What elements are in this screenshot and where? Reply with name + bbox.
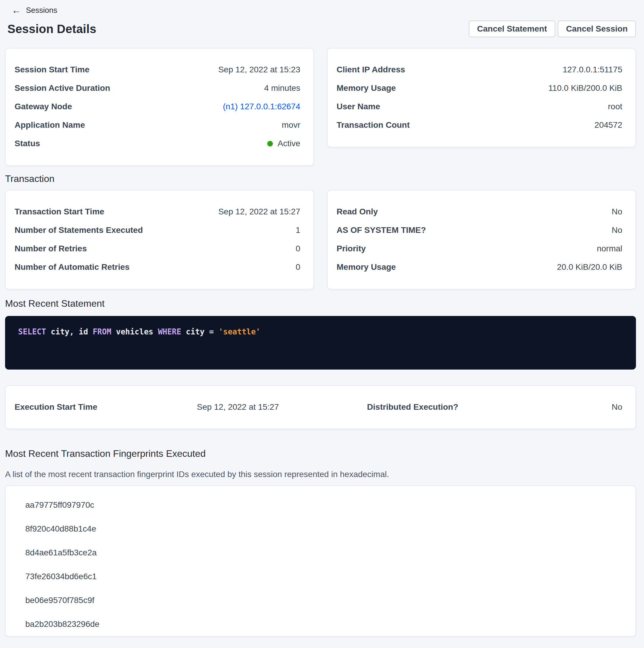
info-value: root — [608, 102, 622, 111]
info-row: Priority normal — [337, 239, 622, 258]
info-label: User Name — [337, 102, 380, 111]
session-details-page: ← Sessions Session Details Cancel Statem… — [0, 0, 644, 637]
info-label: Priority — [337, 244, 366, 254]
info-label: Gateway Node — [14, 102, 72, 111]
back-arrow-icon: ← — [12, 5, 21, 15]
info-label: Number of Automatic Retries — [14, 262, 129, 272]
statement-section-heading: Most Recent Statement — [5, 298, 636, 309]
info-row: Number of Automatic Retries 0 — [14, 258, 300, 276]
info-label: AS OF SYSTEM TIME? — [337, 225, 426, 235]
sql-text: city, id — [51, 327, 93, 336]
info-row: Status Active — [14, 134, 300, 153]
info-label: Status — [14, 139, 40, 148]
breadcrumb-back-link[interactable]: ← Sessions — [12, 4, 636, 16]
distributed-execution-value: No — [501, 402, 622, 412]
fingerprints-card: aa79775ff097970c 8f920c40d88b1c4e 8d4ae6… — [5, 485, 636, 637]
info-label: Application Name — [14, 120, 85, 130]
fingerprint-item: 73fe26034bd6e6c1 — [25, 564, 622, 588]
info-label: Transaction Count — [337, 120, 410, 130]
distributed-execution-label: Distributed Execution? — [367, 402, 501, 412]
sql-string: 'seattle' — [219, 327, 260, 336]
status-text: Active — [278, 139, 300, 148]
transaction-cards-row: Transaction Start Time Sep 12, 2022 at 1… — [5, 190, 636, 289]
fingerprint-item: ba2b203b823296de — [25, 612, 622, 636]
fingerprints-description: A list of the most recent transaction fi… — [5, 470, 636, 480]
session-summary-card: Session Start Time Sep 12, 2022 at 15:23… — [5, 48, 314, 166]
transaction-right-card: Read Only No AS OF SYSTEM TIME? No Prior… — [327, 190, 636, 289]
fingerprint-item: aa79775ff097970c — [25, 493, 622, 517]
breadcrumb-label: Sessions — [26, 6, 57, 15]
sql-text: vehicles — [116, 327, 158, 336]
info-row: Application Name movr — [14, 116, 300, 134]
sql-box: SELECT city, id FROM vehicles WHERE city… — [5, 316, 636, 370]
transaction-section-heading: Transaction — [5, 173, 636, 184]
sql-keyword: FROM — [93, 327, 116, 336]
info-label: Session Start Time — [14, 65, 90, 74]
page-title: Session Details — [7, 22, 97, 36]
transaction-left-card: Transaction Start Time Sep 12, 2022 at 1… — [5, 190, 314, 289]
info-row: Memory Usage 110.0 KiB/200.0 KiB — [337, 79, 622, 97]
info-value: No — [611, 225, 622, 235]
cancel-statement-button[interactable]: Cancel Statement — [469, 20, 555, 37]
info-label: Client IP Address — [337, 65, 405, 74]
info-value: Sep 12, 2022 at 15:27 — [218, 207, 300, 216]
info-row: Memory Usage 20.0 KiB/20.0 KiB — [337, 258, 622, 276]
info-row: Session Active Duration 4 minutes — [14, 79, 300, 97]
client-summary-card: Client IP Address 127.0.0.1:51175 Memory… — [327, 48, 636, 147]
info-value: 127.0.0.1:51175 — [563, 65, 622, 74]
execution-row: Execution Start Time Sep 12, 2022 at 15:… — [14, 398, 622, 416]
cancel-session-button[interactable]: Cancel Session — [558, 20, 636, 37]
info-row: User Name root — [337, 97, 622, 116]
execution-start-time-label: Execution Start Time — [14, 402, 197, 412]
info-value: normal — [597, 244, 622, 254]
info-value: 1 — [295, 225, 300, 235]
sql-keyword: SELECT — [18, 327, 51, 336]
info-row: Number of Retries 0 — [14, 239, 300, 258]
info-value: Sep 12, 2022 at 15:23 — [218, 65, 300, 74]
info-row: Read Only No — [337, 203, 622, 221]
info-value: 20.0 KiB/20.0 KiB — [557, 262, 622, 272]
info-value: 204572 — [595, 120, 622, 130]
info-row: AS OF SYSTEM TIME? No — [337, 221, 622, 239]
info-row: Gateway Node (n1) 127.0.0.1:62674 — [14, 97, 300, 116]
info-label: Read Only — [337, 207, 378, 216]
info-row: Session Start Time Sep 12, 2022 at 15:23 — [14, 60, 300, 79]
info-label: Memory Usage — [337, 262, 396, 272]
info-row: Transaction Count 204572 — [337, 116, 622, 134]
status-dot-icon — [267, 141, 273, 147]
info-label: Number of Statements Executed — [14, 225, 143, 235]
info-value: 0 — [295, 262, 300, 272]
info-value: 0 — [295, 244, 300, 254]
execution-card: Execution Start Time Sep 12, 2022 at 15:… — [5, 385, 636, 429]
execution-start-time-value: Sep 12, 2022 at 15:27 — [197, 402, 367, 412]
sql-statement: SELECT city, id FROM vehicles WHERE city… — [18, 327, 623, 337]
info-row: Client IP Address 127.0.0.1:51175 — [337, 60, 622, 79]
info-value: 110.0 KiB/200.0 KiB — [548, 84, 622, 93]
summary-cards-row: Session Start Time Sep 12, 2022 at 15:23… — [5, 48, 636, 166]
info-row: Number of Statements Executed 1 — [14, 221, 300, 239]
fingerprint-item: 8d4ae61a5fb3ce2a — [25, 541, 622, 564]
info-value: No — [611, 207, 622, 216]
sql-text: city = — [186, 327, 219, 336]
fingerprints-section-heading: Most Recent Transaction Fingerprints Exe… — [5, 447, 636, 460]
info-value: 4 minutes — [264, 84, 300, 93]
fingerprint-item: 8f920c40d88b1c4e — [25, 517, 622, 541]
fingerprint-item: be06e9570f785c9f — [25, 588, 622, 612]
info-label: Number of Retries — [14, 244, 87, 254]
page-header: Session Details Cancel Statement Cancel … — [5, 20, 636, 38]
info-value: movr — [282, 120, 300, 130]
status-value: Active — [267, 139, 300, 148]
info-label: Session Active Duration — [14, 84, 110, 93]
info-label: Transaction Start Time — [14, 207, 104, 216]
gateway-node-link[interactable]: (n1) 127.0.0.1:62674 — [223, 102, 300, 111]
info-row: Transaction Start Time Sep 12, 2022 at 1… — [14, 203, 300, 221]
info-label: Memory Usage — [337, 84, 396, 93]
header-buttons: Cancel Statement Cancel Session — [469, 20, 636, 37]
sql-keyword: WHERE — [158, 327, 186, 336]
